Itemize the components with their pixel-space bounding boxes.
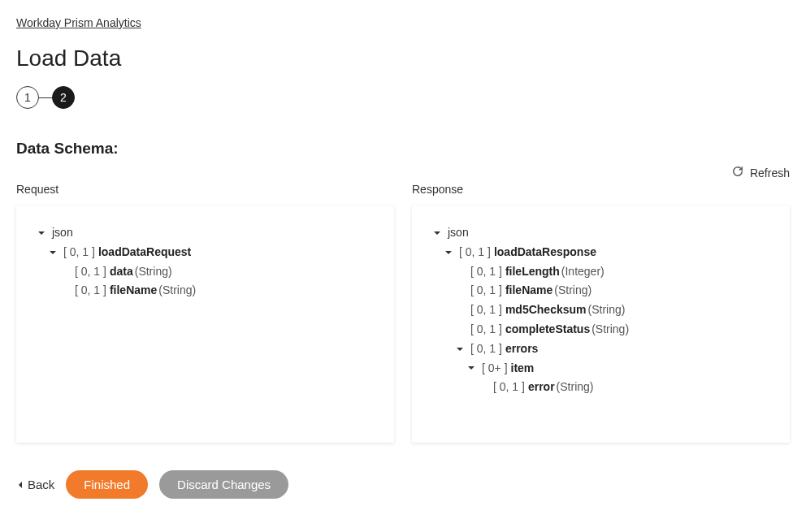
tree-leaf-fileLength: [ 0, 1 ] fileLength (Integer) xyxy=(431,262,770,282)
refresh-button[interactable]: Refresh xyxy=(16,166,790,179)
chevron-down-icon[interactable] xyxy=(36,229,47,237)
chevron-down-icon[interactable] xyxy=(466,364,477,372)
discard-changes-button[interactable]: Discard Changes xyxy=(159,470,288,499)
stepper: 1 2 xyxy=(16,86,790,109)
tree-node-item[interactable]: [ 0+ ] item xyxy=(431,359,770,378)
chevron-down-icon[interactable] xyxy=(47,249,58,257)
breadcrumb[interactable]: Workday Prism Analytics xyxy=(16,16,141,29)
response-panel: json [ 0, 1 ] loadDataResponse [ 0, 1 ] … xyxy=(412,205,790,443)
tree-leaf-md5Checksum: [ 0, 1 ] md5Checksum (String) xyxy=(431,301,770,320)
request-label: Request xyxy=(16,183,394,196)
tree-leaf-completeStatus: [ 0, 1 ] completeStatus (String) xyxy=(431,320,770,340)
response-label: Response xyxy=(412,183,790,196)
tree-node-errors[interactable]: [ 0, 1 ] errors xyxy=(431,340,770,359)
chevron-down-icon[interactable] xyxy=(443,249,454,257)
chevron-down-icon[interactable] xyxy=(454,345,466,353)
tree-node-loadDataRequest[interactable]: [ 0, 1 ] loadDataRequest xyxy=(36,243,375,262)
page-title: Load Data xyxy=(16,45,790,71)
chevron-left-icon xyxy=(16,478,24,491)
tree-node-json[interactable]: json xyxy=(431,223,770,243)
refresh-icon xyxy=(732,166,743,179)
finished-button[interactable]: Finished xyxy=(66,470,148,499)
step-2[interactable]: 2 xyxy=(52,86,75,109)
back-button[interactable]: Back xyxy=(16,478,54,491)
refresh-label: Refresh xyxy=(750,167,790,179)
request-panel: json [ 0, 1 ] loadDataRequest [ 0, 1 ] d… xyxy=(16,205,394,443)
tree-leaf-fileName: [ 0, 1 ] fileName (String) xyxy=(431,281,770,301)
step-1[interactable]: 1 xyxy=(16,86,39,109)
step-connector xyxy=(39,97,52,98)
chevron-down-icon[interactable] xyxy=(431,229,443,237)
section-title: Data Schema: xyxy=(16,140,790,158)
tree-leaf-error: [ 0, 1 ] error (String) xyxy=(431,378,770,397)
tree-node-json[interactable]: json xyxy=(36,223,375,243)
tree-node-loadDataResponse[interactable]: [ 0, 1 ] loadDataResponse xyxy=(431,243,770,262)
tree-leaf-fileName: [ 0, 1 ] fileName (String) xyxy=(36,281,375,301)
tree-leaf-data: [ 0, 1 ] data (String) xyxy=(36,262,375,282)
